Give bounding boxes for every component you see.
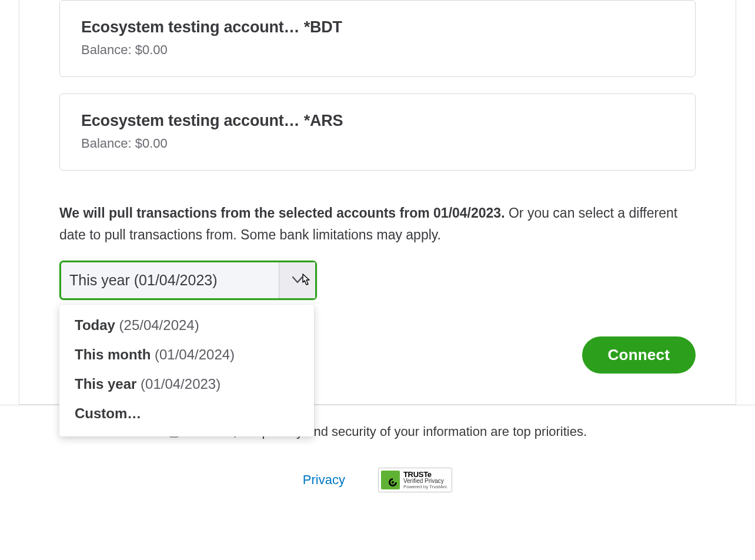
truste-logo-icon — [381, 471, 400, 489]
option-label: Custom… — [75, 405, 141, 421]
account-balance: Balance: $0.00 — [81, 136, 674, 151]
truste-text: TRUSTe Verified Privacy Powered by Trust… — [403, 471, 447, 490]
account-title: Ecosystem testing account… *ARS — [81, 112, 674, 130]
option-date: (25/04/2024) — [119, 317, 199, 333]
truste-powered: Powered by TrustArc — [403, 485, 447, 489]
footer-bottom-row: Privacy TRUSTe Verified Privacy Powered … — [0, 468, 755, 493]
pull-text-bold: We will pull transactions from the selec… — [59, 205, 505, 221]
truste-badge[interactable]: TRUSTe Verified Privacy Powered by Trust… — [378, 468, 452, 493]
dropdown-option-this-year[interactable]: This year (01/04/2023) — [59, 369, 314, 399]
account-card-bdt[interactable]: Ecosystem testing account… *BDT Balance:… — [59, 0, 696, 77]
date-range-select[interactable]: This year (01/04/2023) — [59, 261, 317, 300]
date-dropdown-wrapper: This year (01/04/2023) Today (25/04/2024… — [59, 261, 317, 300]
dropdown-option-this-month[interactable]: This month (01/04/2024) — [59, 340, 314, 369]
option-date: (01/04/2023) — [141, 376, 221, 392]
chevron-down-icon — [292, 276, 303, 284]
date-range-menu: Today (25/04/2024) This month (01/04/202… — [59, 305, 314, 436]
date-range-selected-value: This year (01/04/2023) — [61, 272, 279, 289]
account-balance: Balance: $0.00 — [81, 42, 674, 58]
connect-button[interactable]: Connect — [582, 336, 696, 374]
option-date: (01/04/2024) — [155, 346, 235, 362]
dropdown-option-today[interactable]: Today (25/04/2024) — [59, 311, 314, 340]
account-card-ars[interactable]: Ecosystem testing account… *ARS Balance:… — [59, 94, 696, 171]
option-label: This month — [75, 346, 155, 362]
privacy-link[interactable]: Privacy — [303, 472, 345, 488]
account-title: Ecosystem testing account… *BDT — [81, 18, 674, 36]
dropdown-toggle-button[interactable] — [279, 262, 315, 298]
option-label: This year — [75, 376, 141, 392]
pull-transactions-text: We will pull transactions from the selec… — [59, 202, 696, 246]
truste-title: TRUSTe — [403, 471, 447, 479]
dropdown-option-custom[interactable]: Custom… — [59, 399, 314, 428]
option-label: Today — [75, 317, 119, 333]
svg-point-1 — [392, 481, 394, 484]
main-panel: Ecosystem testing account… *BDT Balance:… — [19, 0, 736, 405]
